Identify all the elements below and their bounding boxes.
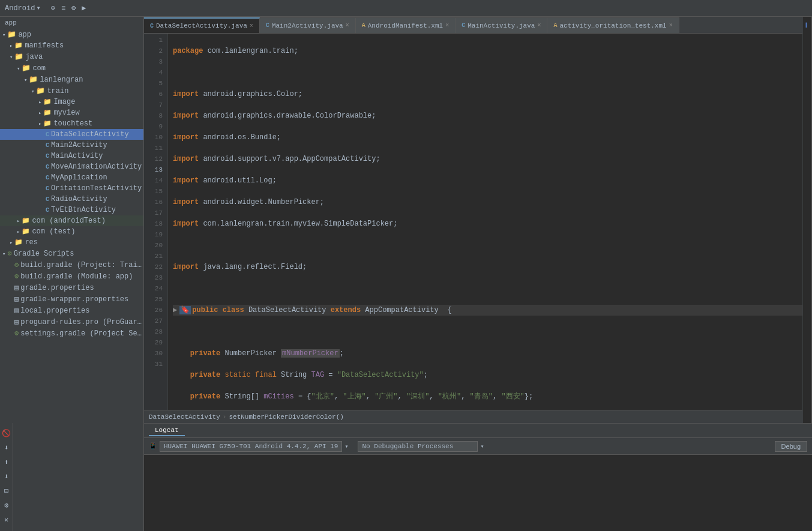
sidebar-item-label: manifests [25,41,64,50]
line-num: 24 [149,283,163,294]
code-line: import android.os.Bundle; [173,132,807,143]
sidebar-item-label: settings.gradle (Project Settings) [20,329,143,338]
line-num: 9 [149,121,163,132]
device-icon: 📱 [149,442,157,450]
toolbar-btn-1[interactable]: ⊕ [48,2,58,14]
sidebar-item-proguard-rules[interactable]: ▤proguard-rules.pro (ProGuard Rules for … [0,316,143,328]
sidebar-item-label: com (test) [32,227,75,236]
logcat-tab-label: Logcat [155,427,179,434]
sidebar-item-java[interactable]: ▾📁java [0,51,143,62]
sidebar-item-radioactivity[interactable]: CRadioActivity [0,194,143,205]
process-dropdown-arrow[interactable]: ▾ [480,443,484,450]
sidebar-item-mainactivity[interactable]: CMainActivity [0,151,143,161]
sidebar-item-gradle-properties[interactable]: ▤gradle.properties [0,282,143,293]
device-selector[interactable]: HUAWEI HUAWEI G750-T01 Android 4.4.2, AP… [160,441,342,452]
line-num: 19 [149,229,163,240]
sidebar-item-app[interactable]: ▾📁app [0,29,143,40]
sidebar-item-dataselectactivity[interactable]: CDataSelectActivity [0,129,143,140]
scroll-indicator[interactable]: ▌ [802,19,812,30]
sidebar-item-label: com [32,64,46,73]
sidebar-item-local-properties[interactable]: ▤local.properties [0,305,143,316]
tab-close-button[interactable]: × [669,22,673,29]
sidebar-item-label: RadioActivity [51,195,107,203]
code-line: private NumberPicker mNumberPicker; [173,348,807,359]
close-panel-button[interactable]: ✕ [1,514,12,525]
clear-logcat-button[interactable]: 🚫 [1,428,12,439]
tab-androidmanifest[interactable]: A AndroidManifest.xml × [356,17,456,33]
line-num: 7 [149,100,163,110]
sidebar-item-main2activity[interactable]: CMain2Activity [0,140,143,151]
xml-file-icon: A [553,22,557,29]
sidebar-item-image[interactable]: ▸📁Image [0,97,143,107]
sidebar-item-com[interactable]: ▾📁com [0,62,143,74]
code-line: import android.util.Log; [173,175,807,186]
scroll-to-end-button[interactable]: ⬇ [1,442,12,453]
main-area: app ▾📁app ▸📁manifests ▾📁java ▾📁com ▾📁lan… [0,17,812,531]
line-num: 18 [149,218,163,229]
logcat-tab[interactable]: Logcat [149,425,185,436]
sidebar-item-lanlengran[interactable]: ▾📁lanlengran [0,74,143,85]
top-toolbar: Android ▾ ⊕ ≡ ⚙ ▶ [0,0,812,17]
settings-button[interactable]: ⚙ [1,500,12,511]
sidebar-item-label: gradle.properties [20,284,94,292]
sidebar-item-com-androidtest[interactable]: ▸📁com (androidTest) [0,215,143,226]
tab-close-button[interactable]: × [250,23,253,29]
sidebar-item-label: build.gradle (Module: app) [20,272,133,281]
sidebar-item-label: myview [53,109,79,117]
debug-button[interactable]: Debug [775,441,807,452]
device-label: HUAWEI HUAWEI G750-T01 Android 4.4.2, AP… [164,443,338,450]
tab-activity-oritation-test[interactable]: A activity_oritation_test.xml × [547,17,679,33]
line-num: 15 [149,186,163,197]
toolbar-btn-2[interactable]: ≡ [58,3,68,14]
toolbar-btn-3[interactable]: ⚙ [68,2,79,14]
xml-file-icon: A [362,22,365,29]
line-num: 6 [149,89,163,100]
sidebar-item-train[interactable]: ▾📁train [0,85,143,97]
line-num: 17 [149,208,163,218]
sidebar-item-oritationtestactivity[interactable]: COritationTestActivity [0,183,143,194]
tab-main2activity[interactable]: C Main2Activity.java × [260,17,356,33]
sidebar-item-moveanimationactivity[interactable]: CMoveAnimationActivity [0,161,143,172]
line-num: 23 [149,272,163,283]
sidebar-item-tvetbtnactivity[interactable]: CTvEtBtnActivity [0,205,143,215]
logcat-toolbar: 📱 HUAWEI HUAWEI G750-T01 Android 4.4.2, … [144,438,812,455]
down-arrow-button[interactable]: ⬇ [1,471,12,482]
sidebar-item-res[interactable]: ▸📁res [0,237,143,248]
sidebar-item-com-test[interactable]: ▸📁com (test) [0,226,143,237]
tab-label: Main2Activity.java [272,22,343,29]
filter-button[interactable]: ⊟ [1,485,12,496]
code-editor[interactable]: 1 2 3 4 5 6 7 8 9 10 11 12 13 14 15 16 1… [144,34,812,410]
sidebar-item-label: DataSelectActivity [51,130,129,139]
sidebar-item-gradle-wrapper-properties[interactable]: ▤gradle-wrapper.properties [0,293,143,305]
sidebar-item-myapplication[interactable]: CMyApplication [0,172,143,183]
process-selector[interactable]: No Debuggable Processes [358,441,478,452]
sidebar-item-build-gradle-project[interactable]: ⚙build.gradle (Project: Train) [0,259,143,271]
logcat-content[interactable] [144,455,812,531]
sidebar-item-build-gradle-module[interactable]: ⚙build.gradle (Module: app) [0,271,143,282]
toolbar-btn-4[interactable]: ▶ [79,2,89,14]
tab-bar: C DataSelectActivity.java × C Main2Activ… [144,17,812,34]
code-line [173,326,807,337]
android-dropdown-arrow[interactable]: ▾ [36,4,40,13]
tab-close-button[interactable]: × [537,22,541,29]
side-gutter: ▌ [802,17,812,423]
sidebar-item-label: build.gradle (Project: Train) [20,261,143,269]
breadcrumb: DataSelectActivity › setNumberPickerDivi… [144,410,812,423]
sidebar-item-myview[interactable]: ▸📁myview [0,107,143,118]
up-arrow-button[interactable]: ⬆ [1,457,12,467]
sidebar-item-gradle-scripts[interactable]: ▾⚙Gradle Scripts [0,248,143,259]
code-content[interactable]: package com.lanlengran.train; import and… [168,34,812,410]
line-num: 5 [149,78,163,89]
sidebar-item-touchtest[interactable]: ▸📁touchtest [0,118,143,129]
tab-close-button[interactable]: × [445,22,449,29]
sidebar-item-settings-gradle[interactable]: ⚙settings.gradle (Project Settings) [0,328,143,339]
tab-mainactivity[interactable]: C MainActivity.java × [456,17,547,33]
sidebar-item-manifests[interactable]: ▸📁manifests [0,40,143,51]
code-line: private String[] mCities = {"北京", "上海", … [173,391,807,402]
device-dropdown-arrow[interactable]: ▾ [344,443,348,450]
line-num-current: 13 [149,164,163,175]
tab-dataselectactivity[interactable]: C DataSelectActivity.java × [144,17,260,33]
tab-close-button[interactable]: × [346,22,349,29]
line-num: 20 [149,240,163,251]
sidebar-item-label: proguard-rules.pro (ProGuard Rules for a… [20,318,143,326]
